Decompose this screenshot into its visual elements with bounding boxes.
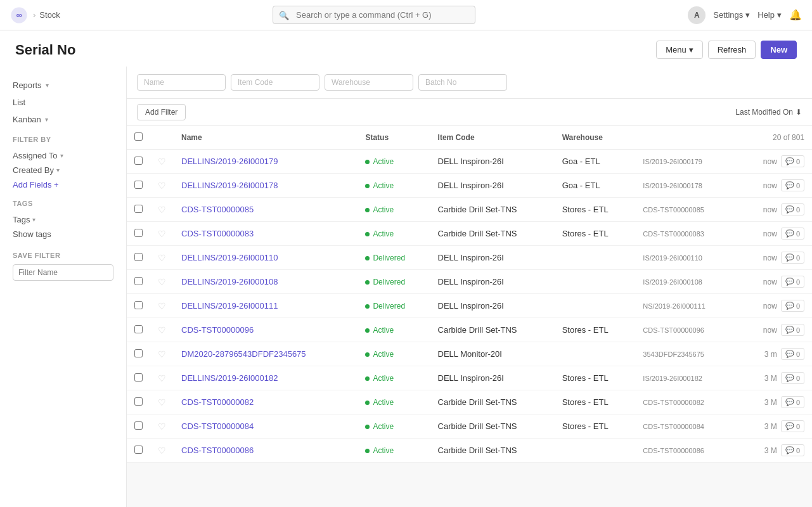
serial-no-link[interactable]: CDS-TST00000085 (181, 205, 254, 214)
comment-button[interactable]: 💬 0 (781, 252, 804, 264)
row-checkbox[interactable] (134, 301, 143, 309)
add-filter-button[interactable]: Add Filter (137, 104, 186, 120)
comment-button[interactable]: 💬 0 (781, 203, 804, 215)
batch-no-filter-input[interactable] (418, 74, 507, 91)
sidebar: Reports ▾ List Kanban ▾ FILTER BY Assign… (0, 67, 127, 507)
row-checkbox[interactable] (134, 397, 143, 406)
serial-no-link[interactable]: DELLINS/2019-26I000182 (181, 373, 278, 383)
select-all-checkbox[interactable] (134, 132, 143, 141)
comment-button[interactable]: 💬 0 (781, 179, 804, 191)
favorite-icon[interactable]: ♡ (158, 157, 166, 167)
sidebar-item-reports[interactable]: Reports ▾ (0, 77, 126, 94)
serial-no-link[interactable]: DELLINS/2019-26I000108 (181, 277, 278, 286)
warehouse-cell (555, 246, 636, 270)
comment-icon: 💬 (785, 205, 794, 214)
serial-no-link[interactable]: CDS-TST00000086 (181, 446, 254, 455)
sidebar-item-list[interactable]: List (0, 94, 126, 111)
serial-no-link[interactable]: CDS-TST00000083 (181, 229, 254, 238)
status-badge: Active (365, 326, 394, 335)
nav-right: A Settings ▾ Help ▾ 🔔 (688, 6, 802, 24)
add-fields-button[interactable]: Add Fields + (13, 177, 113, 192)
notification-bell-icon[interactable]: 🔔 (789, 9, 802, 21)
comment-icon: 💬 (785, 350, 794, 358)
comment-button[interactable]: 💬 0 (781, 444, 804, 456)
favorite-icon[interactable]: ♡ (158, 325, 166, 335)
menu-button[interactable]: Menu ▾ (656, 41, 703, 59)
favorite-icon[interactable]: ♡ (158, 373, 166, 383)
serial-no-link[interactable]: DM2020-28796543DFDF2345675 (181, 349, 306, 359)
sidebar-item-kanban[interactable]: Kanban ▾ (0, 111, 126, 128)
comment-button[interactable]: 💬 0 (781, 324, 804, 336)
status-badge: Delivered (365, 254, 405, 262)
new-button[interactable]: New (761, 41, 797, 59)
assigned-to-filter[interactable]: Assigned To ▾ (13, 148, 113, 163)
serial-no-link[interactable]: DELLINS/2019-26I000110 (181, 253, 278, 262)
ref-cell: NS/2019-26I000111 (635, 294, 737, 318)
breadcrumb-sep: › (33, 10, 35, 20)
favorite-icon[interactable]: ♡ (158, 205, 166, 215)
show-tags-item[interactable]: Show tags (13, 227, 113, 241)
favorite-icon[interactable]: ♡ (158, 181, 166, 191)
comment-button[interactable]: 💬 0 (781, 300, 804, 312)
favorite-icon[interactable]: ♡ (158, 301, 166, 311)
search-input[interactable] (273, 6, 475, 24)
row-checkbox[interactable] (134, 157, 143, 165)
comment-icon: 💬 (785, 374, 794, 382)
ref-cell: 3543DFDF2345675 (635, 342, 737, 366)
warehouse-filter-input[interactable] (325, 74, 413, 91)
favorite-icon[interactable]: ♡ (158, 277, 166, 287)
item-code-filter-input[interactable] (231, 74, 319, 91)
settings-button[interactable]: Settings ▾ (713, 10, 750, 20)
warehouse-cell (555, 270, 636, 294)
warehouse-cell (555, 439, 636, 463)
row-checkbox[interactable] (134, 325, 143, 333)
comment-count: 0 (796, 302, 800, 310)
avatar: A (688, 6, 706, 24)
row-checkbox[interactable] (134, 349, 143, 357)
favorite-icon[interactable]: ♡ (158, 421, 166, 432)
item-code-cell: Carbide Drill Set-TNS (430, 222, 555, 246)
help-button[interactable]: Help ▾ (757, 10, 782, 20)
serial-no-link[interactable]: DELLINS/2019-26I000179 (181, 157, 278, 166)
favorite-icon[interactable]: ♡ (158, 397, 166, 408)
action-bar: Add Filter Last Modified On ⬇ (127, 99, 812, 126)
serial-no-link[interactable]: DELLINS/2019-26I000178 (181, 181, 278, 190)
favorite-icon[interactable]: ♡ (158, 253, 166, 263)
comment-button[interactable]: 💬 0 (781, 155, 804, 167)
table-row: ♡ DELLINS/2019-26I000110 Delivered DELL … (127, 246, 812, 270)
tags-filter[interactable]: Tags ▾ (13, 212, 113, 227)
comment-button[interactable]: 💬 0 (781, 228, 804, 240)
row-checkbox[interactable] (134, 277, 143, 285)
item-code-cell: DELL Inspiron-26I (430, 246, 555, 270)
breadcrumb-stock[interactable]: Stock (39, 10, 60, 20)
last-modified-sort[interactable]: Last Modified On ⬇ (735, 108, 802, 117)
serial-no-link[interactable]: CDS-TST00000084 (181, 421, 254, 431)
row-checkbox[interactable] (134, 181, 143, 189)
chevron-down-icon: ▾ (60, 152, 63, 159)
row-checkbox[interactable] (134, 446, 143, 454)
favorite-icon[interactable]: ♡ (158, 446, 166, 456)
comment-button[interactable]: 💬 0 (781, 420, 804, 432)
refresh-button[interactable]: Refresh (708, 41, 756, 59)
row-checkbox[interactable] (134, 421, 143, 430)
row-checkbox[interactable] (134, 205, 143, 213)
serial-no-link[interactable]: CDS-TST00000082 (181, 397, 254, 407)
favorite-icon[interactable]: ♡ (158, 349, 166, 359)
item-code-cell: DELL Inspiron-26I (430, 366, 555, 390)
ref-cell: CDS-TST00000096 (635, 318, 737, 342)
comment-button[interactable]: 💬 0 (781, 396, 804, 408)
comment-button[interactable]: 💬 0 (781, 276, 804, 288)
comment-button[interactable]: 💬 0 (781, 348, 804, 360)
serial-no-table: Name Status Item Code Warehouse 20 of 80… (127, 126, 812, 463)
created-by-filter[interactable]: Created By ▾ (13, 163, 113, 177)
filter-name-input[interactable] (13, 264, 113, 281)
row-checkbox[interactable] (134, 373, 143, 382)
comment-button[interactable]: 💬 0 (781, 372, 804, 384)
favorite-icon[interactable]: ♡ (158, 229, 166, 239)
row-checkbox[interactable] (134, 253, 143, 261)
serial-no-link[interactable]: DELLINS/2019-26I000111 (181, 301, 278, 311)
row-checkbox[interactable] (134, 229, 143, 237)
name-filter-input[interactable] (137, 74, 226, 91)
item-code-cell: Carbide Drill Set-TNS (430, 390, 555, 414)
serial-no-link[interactable]: CDS-TST00000096 (181, 325, 254, 335)
